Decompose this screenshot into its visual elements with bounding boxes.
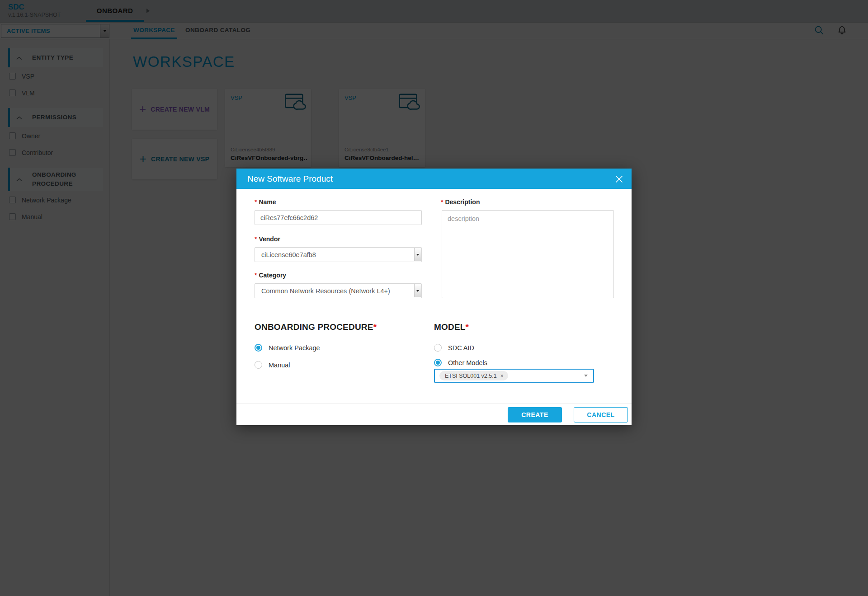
description-field-label: *Description bbox=[441, 198, 480, 206]
category-select[interactable]: Common Network Resources (Network L4+) bbox=[255, 283, 422, 298]
vendor-select-value: ciLicense60e7afb8 bbox=[261, 251, 316, 258]
modal-header: New Software Product bbox=[236, 169, 632, 189]
model-heading: MODEL* bbox=[434, 322, 469, 332]
required-marker: * bbox=[255, 198, 257, 206]
radio-unselected-icon[interactable] bbox=[434, 344, 442, 352]
radio-manual[interactable]: Manual bbox=[255, 361, 290, 369]
radio-label: Network Package bbox=[269, 344, 320, 352]
vendor-field-label: *Vendor bbox=[255, 235, 280, 243]
radio-label: SDC AID bbox=[448, 344, 474, 352]
heading-text: MODEL bbox=[434, 322, 466, 332]
close-icon[interactable] bbox=[614, 174, 623, 183]
create-button[interactable]: CREATE bbox=[508, 407, 562, 422]
radio-unselected-icon[interactable] bbox=[255, 361, 262, 369]
category-field-label: *Category bbox=[255, 272, 286, 279]
required-marker: * bbox=[255, 272, 257, 279]
label-text: Description bbox=[445, 198, 480, 206]
other-models-multiselect[interactable]: ETSI SOL001 v2.5.1 × bbox=[434, 369, 594, 383]
cancel-button[interactable]: CANCEL bbox=[574, 407, 628, 422]
footer-divider bbox=[236, 404, 632, 404]
required-marker: * bbox=[441, 198, 443, 206]
chip-label: ETSI SOL001 v2.5.1 bbox=[445, 373, 497, 379]
radio-label: Manual bbox=[269, 361, 290, 369]
description-textarea[interactable]: description bbox=[442, 210, 614, 298]
label-text: Name bbox=[259, 198, 276, 206]
dropdown-arrow-icon bbox=[416, 254, 419, 256]
dropdown-arrow-button[interactable] bbox=[414, 248, 421, 261]
name-field-label: *Name bbox=[255, 198, 276, 206]
label-text: Vendor bbox=[259, 235, 280, 243]
radio-network-package[interactable]: Network Package bbox=[255, 344, 320, 352]
radio-other-models[interactable]: Other Models bbox=[434, 359, 487, 366]
vendor-select[interactable]: ciLicense60e7afb8 bbox=[255, 247, 422, 262]
required-marker: * bbox=[255, 235, 257, 243]
name-input[interactable]: ciRes77efc66c2d62 bbox=[255, 210, 422, 225]
dropdown-arrow-icon[interactable] bbox=[584, 375, 588, 377]
model-chip: ETSI SOL001 v2.5.1 × bbox=[439, 371, 508, 380]
onboarding-procedure-heading: ONBOARDING PROCEDURE* bbox=[255, 322, 377, 332]
new-software-product-modal: New Software Product *Name ciRes77efc66c… bbox=[236, 169, 632, 425]
label-text: Category bbox=[259, 272, 286, 279]
dropdown-arrow-button[interactable] bbox=[414, 284, 421, 297]
dropdown-arrow-icon bbox=[416, 290, 419, 292]
modal-title: New Software Product bbox=[247, 169, 333, 189]
radio-sdc-aid[interactable]: SDC AID bbox=[434, 344, 474, 352]
heading-text: ONBOARDING PROCEDURE bbox=[255, 322, 373, 332]
category-select-value: Common Network Resources (Network L4+) bbox=[261, 287, 390, 295]
radio-label: Other Models bbox=[448, 359, 487, 366]
radio-selected-icon[interactable] bbox=[255, 344, 262, 352]
remove-chip-icon[interactable]: × bbox=[500, 373, 504, 379]
radio-selected-icon[interactable] bbox=[434, 359, 442, 366]
required-marker: * bbox=[466, 322, 469, 332]
required-marker: * bbox=[373, 322, 377, 332]
